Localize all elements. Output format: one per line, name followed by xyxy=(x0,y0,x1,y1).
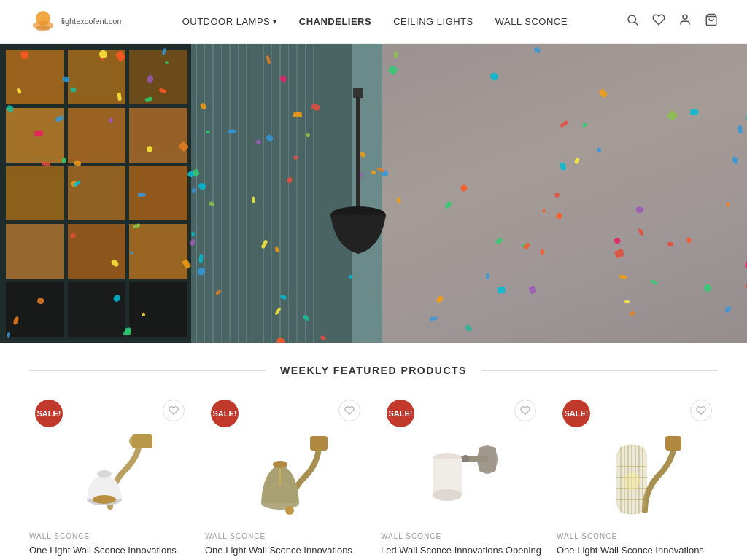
svg-point-5 xyxy=(683,15,687,19)
svg-point-26 xyxy=(433,489,462,501)
wishlist-icon[interactable] xyxy=(652,13,665,30)
nav-chandeliers[interactable]: CHANDELIERS xyxy=(299,16,371,27)
product-image-wrap: Sale! xyxy=(29,394,190,525)
wishlist-button[interactable] xyxy=(338,400,360,421)
section-title: WEEKLY FEATURED PRODUCTS xyxy=(266,365,481,376)
sale-badge: Sale! xyxy=(562,400,590,427)
product-image-wrap: Sale! xyxy=(381,394,542,525)
logo-icon xyxy=(29,8,57,36)
svg-point-3 xyxy=(628,15,636,23)
product-name: Led Wall Sconce Innovations Opening Sale… xyxy=(381,544,542,560)
product-name: One Light Wall Sconce Innovations Cheap … xyxy=(29,544,190,560)
sale-badge: Sale! xyxy=(35,400,63,427)
svg-rect-12 xyxy=(132,434,152,448)
nav-ceiling-lights[interactable]: CEILING LIGHTS xyxy=(393,16,473,27)
product-card[interactable]: Sale! WALL SCONCE One Light Wall Sconce … xyxy=(205,394,366,560)
product-image-wrap: Sale! xyxy=(205,394,366,525)
cart-icon[interactable] xyxy=(705,13,718,30)
sale-badge: Sale! xyxy=(211,400,239,427)
title-divider-right xyxy=(481,370,718,371)
svg-rect-9 xyxy=(353,88,363,98)
section-title-wrap: WEEKLY FEATURED PRODUCTS xyxy=(29,365,718,376)
featured-products-section: WEEKLY FEATURED PRODUCTS Sale! WALL SCON… xyxy=(0,343,747,560)
product-category: WALL SCONCE xyxy=(29,532,190,540)
svg-point-2 xyxy=(36,26,50,31)
product-category: WALL SCONCE xyxy=(205,532,366,540)
header-actions xyxy=(626,13,718,30)
product-category: WALL SCONCE xyxy=(557,532,718,540)
products-grid: Sale! WALL SCONCE One Light Wall Sconce … xyxy=(29,394,718,560)
svg-rect-16 xyxy=(310,436,328,451)
title-divider-left xyxy=(29,370,266,371)
svg-point-14 xyxy=(97,470,112,478)
hero-lamp xyxy=(314,73,401,280)
product-name: One Light Wall Sconce Innovations Exquis… xyxy=(205,544,366,560)
product-card[interactable]: Sale! WALL SCONCE One Light Wall Sconce … xyxy=(29,394,190,560)
wishlist-button[interactable] xyxy=(163,400,185,421)
wishlist-button[interactable] xyxy=(514,400,536,421)
wishlist-button[interactable] xyxy=(690,400,712,421)
nav-wall-sconce[interactable]: WALL SCONCE xyxy=(495,16,568,27)
svg-point-20 xyxy=(285,506,294,515)
svg-rect-28 xyxy=(665,436,681,451)
product-card[interactable]: Sale! WALL SCONCE One Light Wall S xyxy=(557,394,718,560)
main-nav: OUTDOOR LAMPS ▾ CHANDELIERS CEILING LIGH… xyxy=(182,16,568,27)
logo[interactable]: lightexcofent.com xyxy=(29,8,124,36)
hero-right-area xyxy=(382,44,747,343)
account-icon[interactable] xyxy=(678,13,692,30)
product-image-wrap: Sale! xyxy=(557,394,718,525)
product-name: One Light Wall Sconce Innovations Fire S… xyxy=(557,544,718,560)
nav-outdoor-lamps[interactable]: OUTDOOR LAMPS ▾ xyxy=(182,16,277,27)
product-card[interactable]: Sale! WALL SCONCE Led Wall Sconce Innova… xyxy=(381,394,542,560)
svg-point-19 xyxy=(273,461,287,468)
site-header: lightexcofent.com OUTDOOR LAMPS ▾ CHANDE… xyxy=(0,0,747,44)
hero-window-panel xyxy=(0,44,193,343)
logo-text: lightexcofent.com xyxy=(61,17,124,26)
chevron-down-icon: ▾ xyxy=(273,18,277,26)
svg-point-40 xyxy=(623,472,640,490)
svg-line-4 xyxy=(635,22,638,25)
svg-point-27 xyxy=(462,455,469,462)
svg-point-15 xyxy=(93,495,116,504)
search-icon[interactable] xyxy=(626,13,639,30)
hero-banner xyxy=(0,44,747,343)
product-category: WALL SCONCE xyxy=(381,532,542,540)
sale-badge: Sale! xyxy=(387,400,414,427)
